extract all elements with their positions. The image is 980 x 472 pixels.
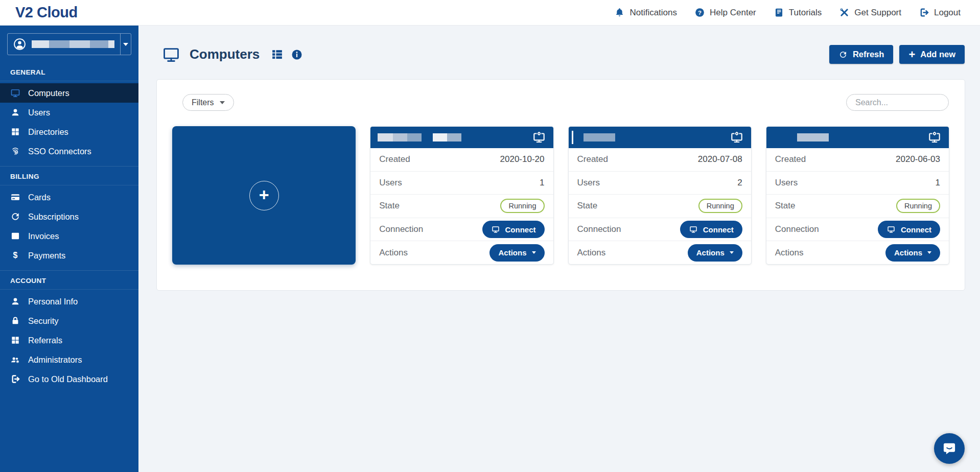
users-label: Users xyxy=(577,178,600,188)
status-badge: Running xyxy=(698,199,742,213)
search-input[interactable] xyxy=(846,94,949,111)
computer-card-header[interactable] xyxy=(569,127,751,148)
sidebar-item-label: Referrals xyxy=(28,336,62,345)
sidebar-item-sso-connectors[interactable]: SSO Connectors xyxy=(0,141,138,161)
help-icon: ? xyxy=(694,7,705,18)
sidebar-item-users[interactable]: Users xyxy=(0,103,138,122)
computer-card-header[interactable] xyxy=(766,127,949,148)
monitor-icon xyxy=(689,225,698,233)
users-label: Users xyxy=(775,178,798,188)
sidebar-item-cards[interactable]: Cards xyxy=(0,187,138,207)
sidebar-item-invoices[interactable]: Invoices xyxy=(0,226,138,246)
computer-card: Created 2020-06-03 Users 1 State Running xyxy=(766,126,949,265)
monitor-icon xyxy=(491,225,500,233)
nav-tutorials[interactable]: Tutorials xyxy=(774,7,822,18)
add-computer-card[interactable]: + xyxy=(172,126,356,265)
nav-get-support[interactable]: Get Support xyxy=(839,7,901,18)
state-row: State Running xyxy=(370,194,553,218)
sidebar-item-security[interactable]: Security xyxy=(0,311,138,331)
text-cursor xyxy=(572,131,573,144)
refresh-button-label: Refresh xyxy=(853,50,884,59)
users-value: 1 xyxy=(936,178,940,188)
chevron-down-icon xyxy=(532,251,536,254)
sidebar-item-label: Subscriptions xyxy=(28,212,79,222)
logout-icon xyxy=(919,7,929,18)
state-row: State Running xyxy=(569,194,751,218)
filters-button-label: Filters xyxy=(192,98,214,107)
actions-label: Actions xyxy=(775,248,804,258)
computer-card-header[interactable] xyxy=(370,127,553,148)
computer-card-body: Created 2020-10-20 Users 1 State Running xyxy=(370,148,553,264)
actions-row: Actions Actions xyxy=(569,241,751,264)
sidebar-item-computers[interactable]: Computers xyxy=(0,83,138,103)
chat-bubble-icon xyxy=(941,440,958,457)
connect-button-label: Connect xyxy=(901,225,931,234)
sidebar-item-label: Cards xyxy=(28,193,51,202)
sidebar-item-directories[interactable]: Directories xyxy=(0,122,138,141)
lock-icon xyxy=(10,316,20,326)
monitor-icon xyxy=(10,88,20,98)
sidebar-item-label: Administrators xyxy=(28,355,82,365)
computer-name-redacted xyxy=(433,133,461,141)
actions-button-label: Actions xyxy=(894,248,922,257)
actions-row: Actions Actions xyxy=(370,241,553,264)
sidebar-item-referrals[interactable]: Referrals xyxy=(0,331,138,350)
sidebar-item-administrators[interactable]: Administrators xyxy=(0,350,138,369)
credit-card-icon xyxy=(10,192,20,202)
nav-notifications-label: Notifications xyxy=(629,8,677,18)
computer-settings-icon[interactable] xyxy=(532,131,546,144)
actions-dropdown-button[interactable]: Actions xyxy=(885,244,940,262)
computer-card-body: Created 2020-07-08 Users 2 State Running xyxy=(569,148,751,264)
actions-dropdown-button[interactable]: Actions xyxy=(489,244,544,262)
computer-settings-icon[interactable] xyxy=(927,131,942,144)
person-icon xyxy=(10,107,20,117)
users-value: 2 xyxy=(737,178,742,188)
created-label: Created xyxy=(775,154,806,164)
sidebar-item-old-dashboard[interactable]: Go to Old Dashboard xyxy=(0,369,138,389)
book-icon xyxy=(774,7,784,18)
actions-row: Actions Actions xyxy=(766,241,949,264)
connect-button-label: Connect xyxy=(505,225,536,234)
top-nav: Notifications ? Help Center Tutorials Ge… xyxy=(614,7,961,18)
filters-button[interactable]: Filters xyxy=(182,94,234,111)
app-logo[interactable]: V2 Cloud xyxy=(15,4,78,21)
avatar-icon xyxy=(13,38,26,51)
svg-text:$: $ xyxy=(13,251,18,259)
sidebar-item-personal-info[interactable]: Personal Info xyxy=(0,292,138,311)
panel-toolbar: Filters xyxy=(172,94,949,111)
add-new-button[interactable]: + Add new xyxy=(899,45,965,64)
sidebar: GENERAL Computers Users Directories SSO … xyxy=(0,26,138,472)
nav-help-center[interactable]: ? Help Center xyxy=(694,7,756,18)
nav-notifications[interactable]: Notifications xyxy=(614,7,677,18)
plus-circle-icon: + xyxy=(249,181,279,210)
created-row: Created 2020-07-08 xyxy=(569,148,751,171)
svg-text:?: ? xyxy=(698,10,702,16)
chat-widget-button[interactable] xyxy=(934,433,965,464)
info-icon[interactable] xyxy=(291,49,303,61)
sidebar-item-label: Users xyxy=(28,108,50,117)
computer-settings-icon[interactable] xyxy=(730,131,744,144)
sidebar-item-subscriptions[interactable]: Subscriptions xyxy=(0,207,138,226)
connection-label: Connection xyxy=(379,224,423,234)
add-new-button-label: Add new xyxy=(920,50,955,59)
created-row: Created 2020-06-03 xyxy=(766,148,949,171)
monitor-icon xyxy=(886,225,896,233)
refresh-icon xyxy=(10,211,20,222)
created-label: Created xyxy=(379,154,410,164)
refresh-icon xyxy=(838,50,848,59)
account-selector-main[interactable] xyxy=(8,34,120,55)
connect-button[interactable]: Connect xyxy=(878,221,940,238)
sidebar-item-label: Go to Old Dashboard xyxy=(28,374,108,384)
refresh-button[interactable]: Refresh xyxy=(829,45,893,64)
actions-label: Actions xyxy=(577,248,606,258)
nav-logout[interactable]: Logout xyxy=(919,7,961,18)
connect-button[interactable]: Connect xyxy=(482,221,545,238)
connection-row: Connection Connect xyxy=(766,218,949,241)
connect-button[interactable]: Connect xyxy=(680,221,742,238)
list-view-icon[interactable] xyxy=(271,48,284,61)
sidebar-item-label: Directories xyxy=(28,127,68,137)
sidebar-item-payments[interactable]: $ Payments xyxy=(0,246,138,265)
connection-row: Connection Connect xyxy=(569,218,751,241)
account-selector-caret[interactable] xyxy=(120,34,131,55)
actions-dropdown-button[interactable]: Actions xyxy=(688,244,742,262)
